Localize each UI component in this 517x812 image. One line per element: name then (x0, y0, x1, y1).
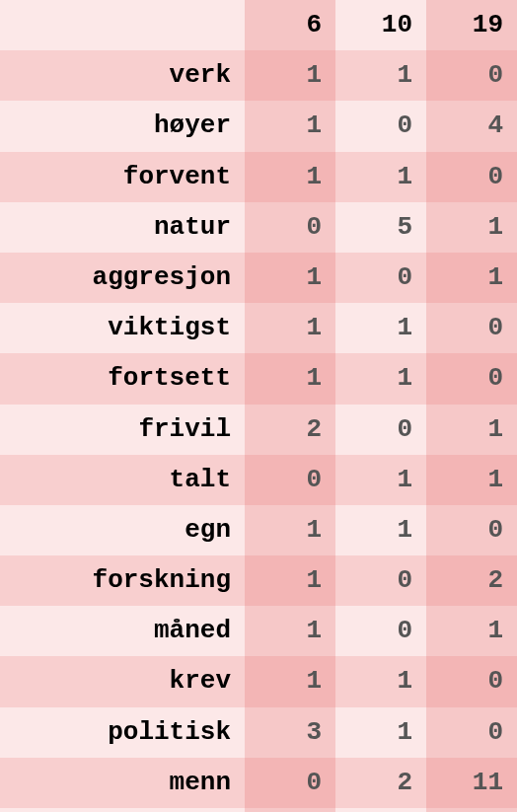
cell-value: 1 (426, 202, 517, 253)
row-label: egn (0, 505, 245, 555)
cell-value: 0 (426, 808, 517, 812)
data-table: 6 10 19 verk110høyer104forvent110natur05… (0, 0, 517, 812)
cell-value: 0 (426, 707, 517, 758)
cell-value: 0 (426, 353, 517, 404)
cell-value: 1 (335, 303, 426, 353)
cell-value: 1 (426, 405, 517, 455)
cell-value: 1 (335, 707, 426, 758)
table-row: forskning102 (0, 555, 517, 606)
cell-value: 0 (426, 152, 517, 202)
row-label: positiv (0, 808, 245, 812)
cell-value: 3 (245, 707, 335, 758)
cell-value: 0 (335, 253, 426, 303)
row-label: frivil (0, 405, 245, 455)
cell-value: 1 (426, 455, 517, 505)
cell-value: 1 (245, 253, 335, 303)
table-row: måned101 (0, 606, 517, 656)
cell-value: 1 (335, 656, 426, 706)
cell-value: 1 (335, 353, 426, 404)
table-row: høyer104 (0, 101, 517, 151)
cell-value: 0 (335, 101, 426, 151)
cell-value: 1 (245, 353, 335, 404)
table-header: 6 10 19 (0, 0, 517, 50)
table-row: forvent110 (0, 152, 517, 202)
table-row: krev110 (0, 656, 517, 706)
cell-value: 5 (335, 202, 426, 253)
cell-value: 1 (245, 101, 335, 151)
table-row: talt011 (0, 455, 517, 505)
cell-value: 1 (245, 606, 335, 656)
cell-value: 0 (245, 455, 335, 505)
cell-value: 1 (245, 152, 335, 202)
row-label: måned (0, 606, 245, 656)
header-col: 6 (245, 0, 335, 50)
row-label: fortsett (0, 353, 245, 404)
cell-value: 11 (426, 758, 517, 808)
cell-value: 1 (335, 808, 426, 812)
cell-value: 2 (245, 405, 335, 455)
cell-value: 0 (245, 758, 335, 808)
table-row: menn0211 (0, 758, 517, 808)
row-label: forskning (0, 555, 245, 606)
cell-value: 0 (426, 505, 517, 555)
cell-value: 0 (335, 405, 426, 455)
cell-value: 4 (426, 101, 517, 151)
header-empty (0, 0, 245, 50)
cell-value: 0 (335, 606, 426, 656)
row-label: aggresjon (0, 253, 245, 303)
row-label: høyer (0, 101, 245, 151)
cell-value: 1 (335, 505, 426, 555)
cell-value: 1 (245, 656, 335, 706)
table-row: frivil201 (0, 405, 517, 455)
cell-value: 2 (426, 555, 517, 606)
cell-value: 1 (426, 606, 517, 656)
cell-value: 1 (245, 505, 335, 555)
row-label: talt (0, 455, 245, 505)
cell-value: 1 (335, 455, 426, 505)
cell-value: 1 (245, 808, 335, 812)
row-label: forvent (0, 152, 245, 202)
table-body: verk110høyer104forvent110natur051aggresj… (0, 50, 517, 812)
cell-value: 1 (245, 303, 335, 353)
table-row: natur051 (0, 202, 517, 253)
cell-value: 0 (245, 202, 335, 253)
cell-value: 2 (335, 758, 426, 808)
table-row: positiv110 (0, 808, 517, 812)
cell-value: 1 (245, 50, 335, 101)
table-row: egn110 (0, 505, 517, 555)
row-label: viktigst (0, 303, 245, 353)
table-row: verk110 (0, 50, 517, 101)
table-row: fortsett110 (0, 353, 517, 404)
table-row: aggresjon101 (0, 253, 517, 303)
cell-value: 0 (426, 303, 517, 353)
table-row: viktigst110 (0, 303, 517, 353)
cell-value: 0 (335, 555, 426, 606)
row-label: politisk (0, 707, 245, 758)
table-row: politisk310 (0, 707, 517, 758)
row-label: natur (0, 202, 245, 253)
header-row: 6 10 19 (0, 0, 517, 50)
cell-value: 1 (245, 555, 335, 606)
header-col: 19 (426, 0, 517, 50)
cell-value: 1 (335, 50, 426, 101)
row-label: krev (0, 656, 245, 706)
row-label: menn (0, 758, 245, 808)
cell-value: 1 (335, 152, 426, 202)
cell-value: 0 (426, 656, 517, 706)
cell-value: 1 (426, 253, 517, 303)
row-label: verk (0, 50, 245, 101)
cell-value: 0 (426, 50, 517, 101)
header-col: 10 (335, 0, 426, 50)
